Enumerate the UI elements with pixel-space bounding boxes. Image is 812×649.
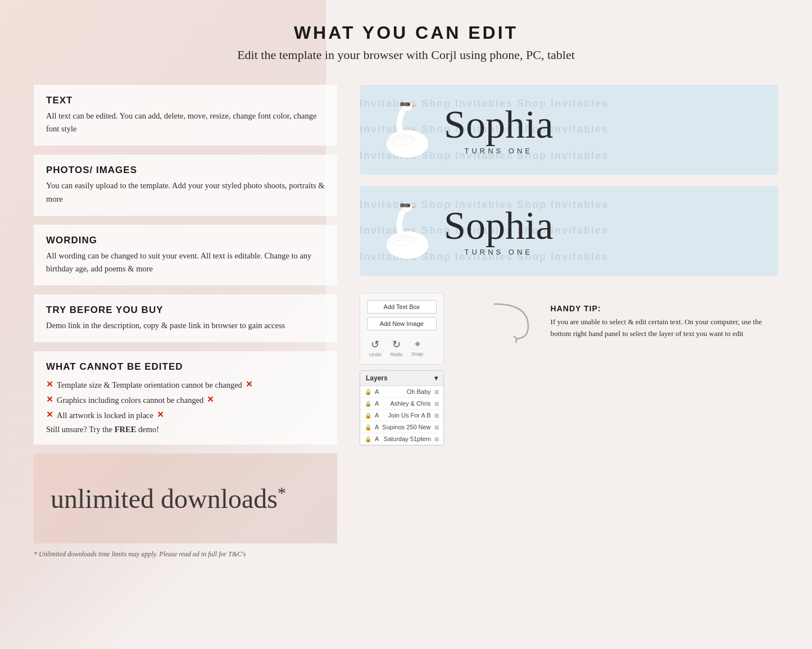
layer-item-2[interactable]: 🔒 A Ashley & Chris ⊞ [360, 398, 443, 410]
add-text-btn[interactable]: Add Text Box [367, 300, 437, 314]
layer-item-3[interactable]: 🔒 A Join Us For A B ⊞ [360, 410, 443, 421]
feature-photos-body: You can easily upload to the template. A… [46, 179, 325, 205]
name-block-1: Sophia TURNS ONE [444, 105, 553, 155]
handy-tip-block: HANDY TIP: If you are unable to select &… [551, 293, 778, 348]
x-icon-1: ✕ [46, 377, 53, 392]
layer-name-3: A [375, 412, 385, 419]
layer-name-2: A [375, 400, 387, 407]
layer-name-5: A [375, 435, 380, 442]
svg-rect-10 [400, 203, 405, 207]
left-column: TEXT All text can be edited. You can add… [34, 85, 337, 559]
feature-trybuy-body: Demo link in the description, copy & pas… [46, 319, 325, 332]
svg-point-6 [386, 231, 429, 259]
undo-icon[interactable]: ↺ Undo [369, 338, 382, 357]
svg-rect-4 [400, 102, 405, 106]
swan-icon-2 [376, 197, 433, 265]
layer-name-1: A [375, 388, 403, 395]
lock-icon-3: 🔒 [365, 412, 371, 419]
lock-icon-5: 🔒 [365, 436, 371, 442]
handy-tip-label: HANDY TIP: [551, 304, 778, 313]
swan-icon-1 [376, 96, 433, 164]
lock-icon-4: 🔒 [365, 424, 371, 430]
layers-header: Layers ▾ [360, 371, 443, 386]
footer-note: * Unlimited downloads time limits may ap… [34, 550, 337, 559]
layer-name-4: A [375, 424, 379, 430]
feature-trybuy-section: TRY BEFORE YOU BUY Demo link in the desc… [34, 294, 337, 342]
snap-icon[interactable]: ⌖ Snap [411, 338, 423, 357]
svg-rect-9 [405, 203, 410, 207]
feature-text-section: TEXT All text can be edited. You can add… [34, 85, 337, 146]
cannot-edit-section: WHAT CANNOT BE EDITED ✕ Template size & … [34, 351, 337, 444]
bottom-section: Add Text Box Add New Image ↺ Undo ↻ Redo [360, 293, 778, 446]
x-icon-3: ✕ [46, 407, 53, 423]
feature-text-body: All text can be edited. You can add, del… [46, 110, 325, 135]
layer-item-5[interactable]: 🔒 A Saturday 51ptem ⊞ [360, 433, 443, 445]
page-title: WHAT YOU CAN EDIT [34, 22, 778, 43]
x-icon-1b: ✕ [246, 377, 253, 392]
unlimited-text: unlimited downloads* [51, 483, 286, 515]
x-icon-3b: ✕ [157, 407, 164, 423]
x-icon-2: ✕ [46, 392, 53, 407]
right-column: Invitables Shop Invitables Shop Invitabl… [360, 85, 778, 446]
turns-one-2: TURNS ONE [444, 248, 553, 256]
card-content-1: Sophia TURNS ONE [376, 96, 553, 164]
arrow-icon [483, 298, 539, 343]
feature-wording-title: WORDING [46, 235, 325, 246]
feature-text-title: TEXT [46, 95, 325, 106]
free-demo-text: Still unsure? Try the FREE demo! [46, 425, 325, 434]
preview-card-1: Invitables Shop Invitables Shop Invitabl… [360, 85, 778, 175]
page-header: WHAT YOU CAN EDIT Edit the template in y… [34, 22, 778, 62]
layer-item-1[interactable]: 🔒 A Oh Baby ⊞ [360, 386, 443, 398]
preview-card-2: Invitables Shop Invitables Shop Invitabl… [360, 186, 778, 276]
cannot-edit-title: WHAT CANNOT BE EDITED [46, 361, 325, 373]
feature-photos-title: PHOTOS/ IMAGES [46, 165, 325, 176]
name-block-2: Sophia TURNS ONE [444, 206, 553, 256]
corjl-ui: Add Text Box Add New Image ↺ Undo ↻ Redo [360, 293, 444, 365]
redo-icon[interactable]: ↻ Redo [391, 338, 403, 357]
lock-icon-2: 🔒 [365, 401, 371, 407]
add-image-btn[interactable]: Add New Image [367, 317, 437, 330]
svg-point-0 [386, 130, 429, 158]
unlimited-section: unlimited downloads* [34, 453, 337, 543]
x-icon-2b: ✕ [207, 392, 214, 407]
asterisk: * [278, 483, 286, 502]
cannot-edit-item-3: ✕ All artwork is locked in place ✕ [46, 407, 325, 423]
feature-trybuy-title: TRY BEFORE YOU BUY [46, 305, 325, 316]
lock-icon-1: 🔒 [365, 389, 371, 395]
feature-wording-section: WORDING All wording can be changed to su… [34, 225, 337, 285]
page-subtitle: Edit the template in your browser with C… [34, 48, 778, 62]
corjl-column: Add Text Box Add New Image ↺ Undo ↻ Redo [360, 293, 444, 446]
card-content-2: Sophia TURNS ONE [376, 197, 553, 265]
handy-tip-text: If you are unable to select & edit certa… [551, 316, 778, 340]
cannot-edit-item-2: ✕ Graphics including colors cannot be ch… [46, 392, 325, 407]
cannot-edit-item-1: ✕ Template size & Template orientation c… [46, 377, 325, 392]
layers-panel: Layers ▾ 🔒 A Oh Baby ⊞ 🔒 A Ashley [360, 370, 444, 446]
turns-one-1: TURNS ONE [444, 147, 553, 155]
tip-column: HANDY TIP: If you are unable to select &… [461, 293, 778, 348]
feature-wording-body: All wording can be changed to suit your … [46, 249, 325, 275]
svg-rect-3 [405, 102, 410, 106]
feature-photos-section: PHOTOS/ IMAGES You can easily upload to … [34, 155, 337, 215]
layer-item-4[interactable]: 🔒 A Supinos 250 New ⊞ [360, 421, 443, 433]
corjl-icons: ↺ Undo ↻ Redo ⌖ Snap [367, 334, 437, 357]
main-content: TEXT All text can be edited. You can add… [34, 85, 778, 559]
sophia-name-1: Sophia [444, 105, 553, 144]
sophia-name-2: Sophia [444, 206, 553, 246]
tip-arrow-section [461, 293, 539, 348]
